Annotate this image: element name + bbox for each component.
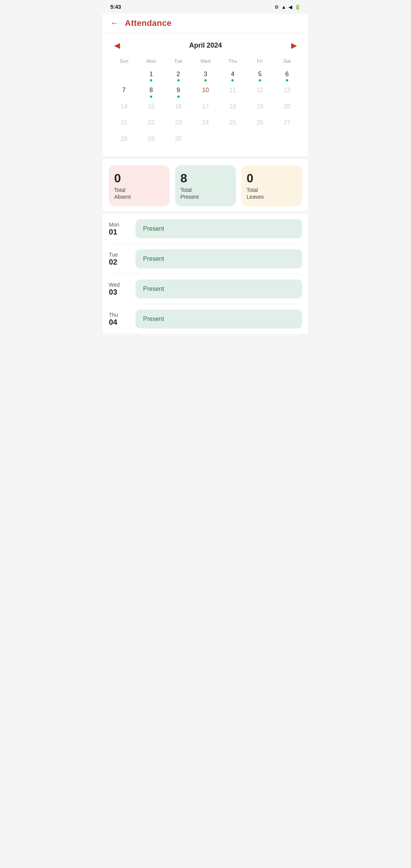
att-status-text: Present <box>143 316 164 322</box>
wifi-icon: ▲ <box>281 4 286 10</box>
summary-row: 0 TotalAbsent 8 TotalPresent 0 TotalLeav… <box>103 159 308 211</box>
cal-date: 15 <box>148 102 155 111</box>
cal-header-thu: Thu <box>219 58 246 68</box>
att-status-box: Present <box>135 219 302 238</box>
calendar-days: 1234567891011121314151617181920212223242… <box>110 68 301 148</box>
cal-cell[interactable]: 7 <box>110 84 137 100</box>
cal-cell[interactable]: 23 <box>165 116 192 132</box>
cal-date: 7 <box>122 86 126 94</box>
month-label: April 2024 <box>189 41 222 49</box>
cal-cell <box>110 68 137 84</box>
present-card: 8 TotalPresent <box>175 165 236 206</box>
att-day: Mon <box>109 222 119 228</box>
cal-cell[interactable]: 17 <box>192 100 219 116</box>
cal-date: 3 <box>204 70 207 78</box>
att-num: 02 <box>109 258 117 266</box>
cal-date: 1 <box>150 70 153 78</box>
page-title: Attendance <box>125 18 172 28</box>
status-bar: 5:43 ⚙ ▲ ◀ 🔋 <box>103 0 308 14</box>
cal-date: 21 <box>121 118 127 127</box>
cal-date: 10 <box>202 86 209 94</box>
cal-date: 6 <box>285 70 289 78</box>
cal-cell[interactable]: 27 <box>274 116 301 132</box>
cal-cell[interactable]: 4 <box>219 68 246 84</box>
cal-header-sun: Sun <box>110 58 137 68</box>
cal-dot <box>177 96 180 98</box>
cal-date: 5 <box>258 70 261 78</box>
cal-date: 29 <box>148 135 155 143</box>
cal-cell[interactable]: 30 <box>165 132 192 148</box>
cal-cell[interactable]: 20 <box>274 100 301 116</box>
prev-month-button[interactable]: ◀ <box>110 39 124 51</box>
cal-date: 25 <box>229 118 236 127</box>
cal-date: 19 <box>256 102 263 111</box>
absent-label: TotalAbsent <box>114 187 164 200</box>
cal-date: 22 <box>148 118 155 127</box>
cal-dot <box>259 79 261 81</box>
present-count: 8 <box>180 172 231 184</box>
cal-dot <box>286 79 288 81</box>
cal-cell[interactable]: 16 <box>165 100 192 116</box>
cal-cell[interactable]: 13 <box>274 84 301 100</box>
cal-header-sat: Sat <box>274 58 301 68</box>
attendance-list: Mon01PresentTue02PresentWed03PresentThu0… <box>103 214 308 334</box>
cal-date: 2 <box>177 70 180 78</box>
cal-cell[interactable]: 24 <box>192 116 219 132</box>
att-num: 03 <box>109 288 117 296</box>
cal-cell[interactable]: 10 <box>192 84 219 100</box>
list-item[interactable]: Thu04Present <box>109 304 302 334</box>
cal-date: 20 <box>284 102 290 111</box>
cal-cell[interactable]: 3 <box>192 68 219 84</box>
leaves-count: 0 <box>247 172 297 184</box>
cal-cell[interactable]: 29 <box>137 132 164 148</box>
cal-cell[interactable]: 9 <box>165 84 192 100</box>
cal-cell[interactable]: 12 <box>246 84 273 100</box>
cal-header-tue: Tue <box>165 58 192 68</box>
cal-cell[interactable]: 21 <box>110 116 137 132</box>
cal-cell[interactable]: 5 <box>246 68 273 84</box>
back-button[interactable]: ← <box>110 19 119 27</box>
signal-icon: ◀ <box>288 4 292 10</box>
cal-cell[interactable]: 26 <box>246 116 273 132</box>
cal-cell[interactable]: 15 <box>137 100 164 116</box>
absent-card: 0 TotalAbsent <box>109 165 170 206</box>
cal-date: 13 <box>284 86 290 94</box>
cal-dot <box>231 79 234 81</box>
list-item[interactable]: Wed03Present <box>109 274 302 304</box>
list-item[interactable]: Tue02Present <box>109 244 302 274</box>
cal-cell[interactable]: 14 <box>110 100 137 116</box>
att-date-col: Thu04 <box>109 312 129 326</box>
cal-cell[interactable]: 22 <box>137 116 164 132</box>
cal-cell[interactable]: 11 <box>219 84 246 100</box>
cal-cell[interactable]: 8 <box>137 84 164 100</box>
cal-date: 24 <box>202 118 209 127</box>
cal-cell <box>274 132 301 148</box>
absent-count: 0 <box>114 172 164 184</box>
cal-date: 23 <box>175 118 182 127</box>
leaves-card: 0 TotalLeaves <box>241 165 302 206</box>
cal-header-fri: Fri <box>246 58 273 68</box>
cal-date: 9 <box>177 86 180 94</box>
cal-date: 27 <box>284 118 290 127</box>
att-day: Tue <box>109 252 118 258</box>
cal-dot <box>204 79 207 81</box>
cal-date: 28 <box>121 135 127 143</box>
next-month-button[interactable]: ▶ <box>287 39 301 51</box>
cal-cell[interactable]: 6 <box>274 68 301 84</box>
cal-date: 12 <box>256 86 263 94</box>
cal-cell[interactable]: 2 <box>165 68 192 84</box>
cal-date: 17 <box>202 102 209 111</box>
cal-dot <box>150 79 152 81</box>
att-status-box: Present <box>135 279 302 298</box>
settings-icon: ⚙ <box>274 4 279 10</box>
cal-cell[interactable]: 18 <box>219 100 246 116</box>
cal-cell[interactable]: 25 <box>219 116 246 132</box>
cal-cell[interactable]: 19 <box>246 100 273 116</box>
cal-date: 8 <box>150 86 153 94</box>
att-day: Thu <box>109 312 118 318</box>
leaves-label: TotalLeaves <box>247 187 297 200</box>
att-num: 04 <box>109 318 117 326</box>
cal-cell[interactable]: 28 <box>110 132 137 148</box>
list-item[interactable]: Mon01Present <box>109 214 302 244</box>
cal-cell[interactable]: 1 <box>137 68 164 84</box>
